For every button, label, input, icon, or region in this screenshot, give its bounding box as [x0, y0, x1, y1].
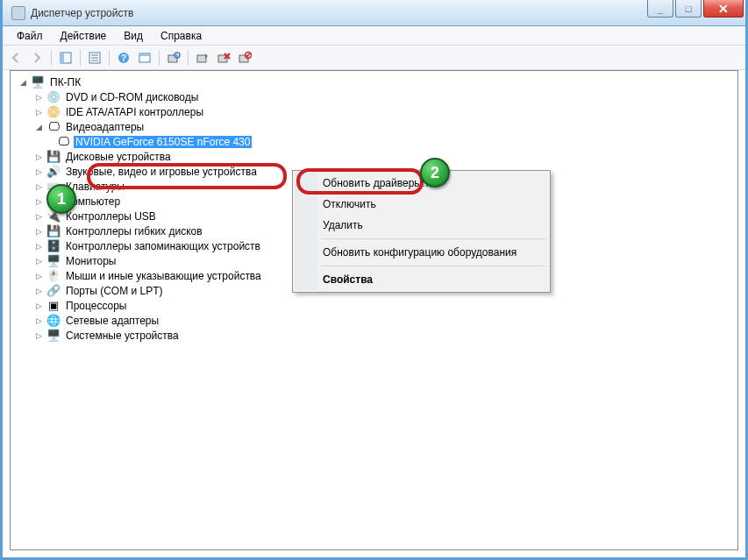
expand-icon[interactable]: ▷ [33, 107, 44, 117]
tree-label: ПК-ПК [48, 76, 82, 89]
svg-rect-12 [197, 55, 206, 62]
tree-category-disk[interactable]: ▷ 💾 Дисковые устройства [14, 149, 734, 164]
tree-device-gpu[interactable]: 🖵 NVIDIA GeForce 6150SE nForce 430 [14, 134, 734, 149]
tree-category-network[interactable]: ▷ 🌐 Сетевые адаптеры [14, 313, 734, 328]
serial-port-icon: 🔗 [46, 284, 61, 298]
collapse-icon[interactable]: ◢ [33, 122, 44, 132]
computer-icon: 🖥️ [31, 75, 45, 89]
expand-icon[interactable]: ▷ [33, 152, 44, 162]
scan-hardware-button[interactable] [164, 48, 183, 67]
svg-rect-1 [61, 53, 64, 63]
controller-icon: 📀 [46, 105, 61, 119]
expand-icon[interactable]: ▷ [33, 226, 44, 237]
expand-icon[interactable]: ▷ [33, 330, 44, 341]
menu-separator [321, 266, 546, 266]
app-icon [11, 6, 25, 20]
toolbar-separator [159, 50, 160, 66]
ctx-disable[interactable]: Отключить [295, 194, 548, 215]
toolbar-separator [80, 50, 81, 66]
storage-icon: 🗄️ [46, 239, 61, 253]
callout-ring-1 [87, 163, 287, 189]
ctx-properties[interactable]: Свойства [295, 269, 548, 290]
expand-icon[interactable]: ▷ [33, 196, 44, 207]
svg-rect-9 [139, 53, 150, 56]
tree-category-video[interactable]: ◢ 🖵 Видеоадаптеры [14, 119, 734, 134]
expand-icon[interactable]: ▷ [33, 211, 44, 222]
callout-badge-1: 1 [46, 184, 76, 214]
display-adapter-icon: 🖵 [46, 120, 61, 134]
menu-bar: Файл Действие Вид Справка [3, 26, 745, 46]
mouse-icon: 🖱️ [46, 269, 61, 283]
tree-label: IDE ATA/ATAPI контроллеры [64, 106, 205, 118]
collapse-icon[interactable]: ◢ [18, 77, 28, 88]
svg-rect-10 [168, 55, 177, 62]
tree-label: Процессоры [64, 300, 129, 312]
disc-icon: 💿 [46, 90, 61, 104]
toolbar-separator [109, 50, 110, 66]
properties-button[interactable] [85, 48, 104, 67]
window-title: Диспетчер устройств [31, 7, 133, 19]
tree-label: Мыши и иные указывающие устройства [64, 270, 263, 282]
device-tree-panel[interactable]: ◢ 🖥️ ПК-ПК ▷ 💿 DVD и CD-ROM дисководы ▷ … [10, 70, 738, 550]
expand-icon[interactable]: ▷ [33, 92, 44, 103]
disk-icon: 💾 [46, 150, 61, 164]
menu-action[interactable]: Действие [52, 28, 116, 44]
uninstall-button[interactable] [214, 48, 233, 67]
expand-icon[interactable]: ▷ [33, 301, 44, 311]
tree-label: Контроллеры USB [64, 210, 158, 223]
tool-icon[interactable] [135, 48, 154, 67]
expand-icon[interactable]: ▷ [33, 315, 44, 326]
device-manager-window: Диспетчер устройств _ □ ✕ Файл Действие … [0, 0, 748, 560]
disable-button[interactable] [235, 48, 254, 67]
expand-icon[interactable]: ▷ [33, 241, 44, 252]
help-button[interactable]: ? [114, 48, 133, 67]
tree-category-ide[interactable]: ▷ 📀 IDE ATA/ATAPI контроллеры [14, 104, 734, 119]
svg-text:?: ? [121, 53, 126, 63]
minimize-button[interactable]: _ [647, 0, 673, 18]
toolbar-separator [188, 50, 189, 66]
tree-label: Дисковые устройства [64, 151, 173, 163]
menu-file[interactable]: Файл [8, 28, 52, 44]
monitor-icon: 🖥️ [46, 254, 61, 268]
update-driver-button[interactable] [193, 48, 212, 67]
tree-label: NVIDIA GeForce 6150SE nForce 430 [74, 136, 252, 148]
tree-label: DVD и CD-ROM дисководы [64, 91, 200, 103]
forward-button[interactable] [27, 48, 46, 67]
toolbar: ? [3, 46, 745, 70]
floppy-icon: 💾 [46, 224, 61, 238]
tree-label: Системные устройства [64, 330, 181, 342]
network-icon: 🌐 [46, 314, 61, 328]
tree-category-dvd[interactable]: ▷ 💿 DVD и CD-ROM дисководы [14, 89, 734, 104]
display-adapter-icon: 🖵 [56, 135, 70, 149]
expand-icon[interactable]: ▷ [33, 286, 44, 296]
tree-category-processors[interactable]: ▷ ▣ Процессоры [14, 298, 734, 313]
maximize-button[interactable]: □ [675, 0, 702, 18]
window-controls: _ □ ✕ [645, 0, 744, 18]
expand-icon[interactable]: ▷ [33, 167, 44, 177]
callout-badge-2: 2 [420, 158, 450, 188]
toolbar-separator [51, 50, 52, 66]
callout-ring-2 [296, 168, 424, 195]
expand-icon[interactable]: ▷ [33, 271, 44, 281]
menu-separator [321, 238, 546, 239]
close-button[interactable]: ✕ [703, 0, 744, 18]
tree-label: Сетевые адаптеры [64, 315, 160, 327]
title-bar: Диспетчер устройств _ □ ✕ [3, 0, 745, 26]
ctx-delete[interactable]: Удалить [295, 215, 548, 236]
tree-label: Видеоадаптеры [64, 121, 146, 133]
menu-help[interactable]: Справка [152, 28, 210, 44]
tree-label: Порты (COM и LPT) [64, 285, 165, 297]
expand-icon[interactable]: ▷ [33, 181, 44, 192]
expand-icon[interactable]: ▷ [33, 256, 44, 266]
show-hide-tree-button[interactable] [56, 48, 75, 67]
menu-view[interactable]: Вид [115, 28, 152, 44]
back-button[interactable] [6, 48, 25, 67]
tree-root[interactable]: ◢ 🖥️ ПК-ПК [14, 74, 734, 89]
system-device-icon: 🖥️ [46, 329, 61, 343]
tree-label: Контроллеры гибких дисков [64, 225, 204, 237]
tree-category-system[interactable]: ▷ 🖥️ Системные устройства [14, 328, 734, 343]
cpu-icon: ▣ [46, 299, 61, 313]
ctx-scan-hardware[interactable]: Обновить конфигурацию оборудования [295, 242, 548, 263]
tree-label: Мониторы [64, 255, 118, 267]
tree-label: Контроллеры запоминающих устройств [64, 240, 262, 252]
